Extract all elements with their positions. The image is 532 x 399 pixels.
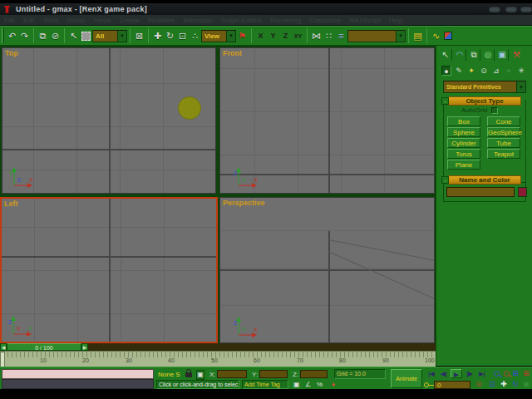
menu-modifiers[interactable]: Modifiers <box>144 17 179 24</box>
menu-views[interactable]: Views <box>90 17 116 24</box>
rollout-collapse-icon[interactable]: - <box>441 97 449 105</box>
zoom-extents-icon[interactable]: ⊞ <box>510 369 520 378</box>
selection-region-icon[interactable] <box>81 32 91 41</box>
toolbar-handle[interactable] <box>2 28 4 43</box>
geosphere-button[interactable]: GeoSphere <box>487 127 520 137</box>
undo-icon[interactable]: ↶ <box>6 32 18 41</box>
viewport-perspective[interactable]: Perspective Z X Y <box>219 197 435 343</box>
restrict-z-button[interactable]: Z <box>279 32 292 41</box>
menu-animation[interactable]: Animation <box>179 17 217 24</box>
minimize-button[interactable] <box>489 7 500 12</box>
viewport-label-perspective[interactable]: Perspective <box>223 199 265 207</box>
teapot-button[interactable]: Teapot <box>487 149 520 159</box>
reference-coord-dropdown[interactable]: View ▼ <box>201 30 236 42</box>
select-rotate-icon[interactable]: ↻ <box>164 32 176 41</box>
previous-frame-button[interactable]: ◀| <box>438 369 450 378</box>
go-to-end-button[interactable]: ▶| <box>476 369 488 378</box>
viewport-label-left[interactable]: Left <box>4 200 18 208</box>
maximize-button[interactable] <box>505 7 517 12</box>
percent-snap-icon[interactable]: % <box>317 381 323 389</box>
tab-modify-icon[interactable]: ◠ <box>454 49 466 61</box>
tab-motion-icon[interactable]: ◎ <box>482 49 495 61</box>
tab-hierarchy-icon[interactable]: ⧉ <box>468 49 480 61</box>
menu-customize[interactable]: Customize <box>305 17 345 24</box>
snap-toggle-icon[interactable]: ▣ <box>293 381 300 389</box>
dropdown-arrow-icon[interactable]: ▼ <box>226 31 235 42</box>
set-key-icon[interactable] <box>424 382 429 387</box>
unlink-icon[interactable]: ⊘ <box>49 32 62 41</box>
category-lights-icon[interactable]: ✦ <box>466 66 476 76</box>
time-slider-track[interactable]: ◀ 0 / 100 ▶ <box>0 343 436 351</box>
redo-icon[interactable]: ↷ <box>18 32 31 41</box>
region-zoom-icon[interactable]: ⊡ <box>487 380 497 389</box>
category-spacewarps-icon[interactable]: ≈ <box>504 66 514 76</box>
category-shapes-icon[interactable]: ✎ <box>454 66 464 76</box>
cone-button[interactable]: Cone <box>487 116 520 126</box>
menu-file[interactable]: File <box>0 17 19 24</box>
use-center-icon[interactable]: ∴ <box>189 32 201 41</box>
add-time-tag[interactable]: Add Time Tag <box>242 380 288 389</box>
box-button[interactable]: Box <box>447 116 480 126</box>
menu-edit[interactable]: Edit <box>19 17 39 24</box>
window-crossing-icon[interactable]: ⊠ <box>133 32 145 41</box>
dropdown-arrow-icon[interactable]: ▼ <box>117 31 126 42</box>
next-frame-button[interactable]: |▶ <box>464 369 475 378</box>
category-helpers-icon[interactable]: ⊿ <box>491 66 501 76</box>
viewport-front[interactable]: Front Z X Y <box>219 47 435 194</box>
pan-icon[interactable]: ✚ <box>499 380 509 389</box>
tab-utilities-icon[interactable]: ⚒ <box>510 49 523 61</box>
menu-tools[interactable]: Tools <box>39 17 63 24</box>
layer-manager-icon[interactable]: ▤ <box>411 32 424 41</box>
name-color-rollout-header[interactable]: Name and Color <box>448 175 521 185</box>
track-bar-frame-indicator[interactable] <box>0 352 5 367</box>
zoom-all-icon[interactable] <box>504 371 510 377</box>
align-icon[interactable]: ≡ <box>335 32 347 41</box>
selection-lock-icon[interactable] <box>185 372 192 377</box>
sphere-button[interactable]: Sphere <box>447 127 480 137</box>
object-name-input[interactable] <box>446 187 515 197</box>
object-color-swatch[interactable] <box>518 187 527 197</box>
key-filter-icon[interactable]: ♦ <box>332 381 335 389</box>
close-button[interactable] <box>520 7 532 12</box>
primitives-category-dropdown[interactable]: Standard Primitives ▼ <box>443 81 526 93</box>
time-slider-back-icon[interactable]: ◀ <box>0 343 7 351</box>
animate-button[interactable]: Animate <box>391 369 422 388</box>
menu-create[interactable]: Create <box>116 17 144 24</box>
menu-group[interactable]: Group <box>62 17 89 24</box>
menu-maxscript[interactable]: MAXScript <box>345 17 385 24</box>
restrict-xy-button[interactable]: XY <box>292 32 304 41</box>
zoom-extents-all-icon[interactable]: ⊞ <box>521 369 531 378</box>
array-icon[interactable]: ∷ <box>323 32 335 41</box>
menu-rendering[interactable]: Rendering <box>266 17 305 24</box>
object-type-rollout-header[interactable]: Object Type <box>448 96 521 106</box>
select-manipulate-icon[interactable]: ⚑ <box>236 32 249 41</box>
time-slider-handle[interactable]: 0 / 100 <box>7 343 81 351</box>
track-bar[interactable]: 10 20 30 40 50 60 70 80 90 100 <box>0 351 436 367</box>
viewport-label-front[interactable]: Front <box>223 49 242 57</box>
maxscript-listener-output[interactable] <box>2 379 154 389</box>
autogrid-checkbox[interactable] <box>491 107 498 114</box>
select-link-icon[interactable]: ⧉ <box>37 32 49 41</box>
menu-help[interactable]: Help <box>385 17 406 24</box>
viewport-left[interactable]: Left Z Y X <box>0 197 218 343</box>
z-coord-field[interactable] <box>300 370 328 378</box>
tab-display-icon[interactable]: ▣ <box>496 49 509 61</box>
dropdown-arrow-icon[interactable]: ▼ <box>396 31 405 42</box>
material-editor-icon[interactable]: ∿ <box>430 32 442 41</box>
tube-button[interactable]: Tube <box>487 138 520 148</box>
play-button[interactable]: ▶ <box>451 369 462 378</box>
select-scale-icon[interactable]: ⊡ <box>176 32 189 41</box>
zoom-icon[interactable] <box>494 371 500 377</box>
cylinder-button[interactable]: Cylinder <box>447 138 480 148</box>
maxscript-listener-input[interactable] <box>2 369 154 379</box>
go-to-start-button[interactable]: |◀ <box>426 369 437 378</box>
dropdown-arrow-icon[interactable]: ▼ <box>516 81 525 92</box>
torus-button[interactable]: Torus <box>447 149 480 159</box>
arc-rotate-icon[interactable]: ↻ <box>510 380 520 389</box>
minmax-toggle-icon[interactable]: ▣ <box>521 380 531 389</box>
select-move-icon[interactable]: ✚ <box>151 32 164 41</box>
category-systems-icon[interactable]: ✳ <box>516 66 526 76</box>
category-geometry-icon[interactable]: ● <box>441 66 451 76</box>
current-frame-field[interactable]: 0 <box>434 381 470 389</box>
tab-create-icon[interactable]: ↖ <box>440 49 452 61</box>
